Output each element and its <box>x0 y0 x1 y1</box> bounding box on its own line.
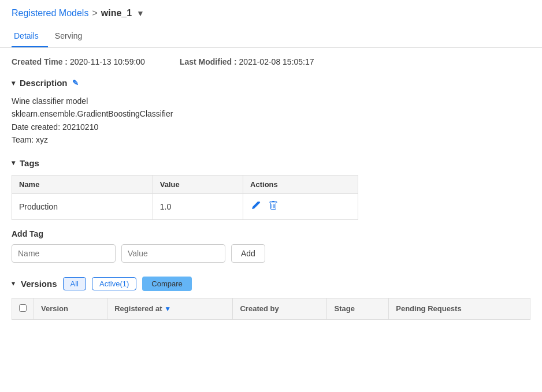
last-modified: Last Modified : 2021-02-08 15:05:17 <box>180 57 314 66</box>
breadcrumb-parent-link[interactable]: Registered Models <box>12 8 88 18</box>
versions-col-checkbox <box>12 298 34 319</box>
tag-value-cell: 1.0 <box>153 193 243 219</box>
select-all-checkbox[interactable] <box>19 304 27 312</box>
created-time: Created Time : 2020-11-13 10:59:00 <box>12 57 145 66</box>
versions-table-header-row: Version Registered at ▼ Created by Stage… <box>12 298 530 319</box>
tags-col-actions: Actions <box>243 175 358 193</box>
filter-all-button[interactable]: All <box>63 277 86 290</box>
modified-value: 2021-02-08 15:05:17 <box>239 57 314 66</box>
tag-value-input[interactable] <box>121 244 225 263</box>
tag-name-cell: Production <box>12 193 153 219</box>
tag-action-icons <box>250 200 351 214</box>
compare-button[interactable]: Compare <box>142 277 191 291</box>
tags-col-value: Value <box>153 175 243 193</box>
description-toggle-icon: ▾ <box>12 79 15 87</box>
table-row: Production 1.0 <box>12 193 358 219</box>
description-edit-icon[interactable]: ✎ <box>72 79 79 87</box>
tag-actions-cell <box>243 193 358 219</box>
model-name: wine_1 <box>101 8 132 18</box>
add-tag-label: Add Tag <box>12 229 530 238</box>
versions-col-version: Version <box>34 298 107 319</box>
tags-header[interactable]: ▾ Tags <box>12 158 530 168</box>
description-text: Wine classifier model sklearn.ensemble.G… <box>12 95 530 147</box>
created-label: Created Time : <box>12 57 68 66</box>
trash-icon <box>269 201 278 210</box>
versions-col-pending: Pending Requests <box>389 298 530 319</box>
tag-name-input[interactable] <box>12 244 116 263</box>
tags-table-header-row: Name Value Actions <box>12 175 358 193</box>
tab-serving[interactable]: Serving <box>53 25 91 47</box>
page-header: Registered Models > wine_1 ▼ <box>0 0 542 23</box>
tags-toggle-icon: ▾ <box>12 159 15 167</box>
tags-title: Tags <box>20 158 39 168</box>
versions-toggle-icon[interactable]: ▾ <box>12 279 15 288</box>
versions-table: Version Registered at ▼ Created by Stage… <box>12 298 530 320</box>
sort-registered-icon[interactable]: ▼ <box>164 305 171 313</box>
versions-header: ▾ Versions All Active(1) Compare <box>12 277 530 291</box>
description-section: ▾ Description ✎ Wine classifier model sk… <box>12 78 530 147</box>
versions-section: ▾ Versions All Active(1) Compare Version… <box>12 277 530 320</box>
description-title: Description <box>20 78 68 88</box>
model-dropdown-icon[interactable]: ▼ <box>136 9 144 18</box>
created-value: 2020-11-13 10:59:00 <box>70 57 145 66</box>
description-header[interactable]: ▾ Description ✎ <box>12 78 530 88</box>
delete-tag-button[interactable] <box>268 200 279 214</box>
tags-section: ▾ Tags Name Value Actions Production 1.0 <box>12 158 530 263</box>
add-tag-button[interactable]: Add <box>231 244 265 263</box>
tabs-bar: Details Serving <box>0 25 542 48</box>
versions-title: Versions <box>21 279 57 289</box>
versions-col-stage: Stage <box>327 298 389 319</box>
meta-row: Created Time : 2020-11-13 10:59:00 Last … <box>12 57 530 66</box>
main-content: Created Time : 2020-11-13 10:59:00 Last … <box>0 48 542 329</box>
edit-tag-button[interactable] <box>250 200 262 214</box>
tags-col-name: Name <box>12 175 153 193</box>
modified-label: Last Modified : <box>180 57 237 66</box>
tags-table: Name Value Actions Production 1.0 <box>12 175 358 220</box>
versions-col-registered: Registered at ▼ <box>107 298 233 319</box>
breadcrumb-separator: > <box>92 8 97 18</box>
versions-col-created-by: Created by <box>233 298 327 319</box>
add-tag-row: Add <box>12 244 530 263</box>
tab-details[interactable]: Details <box>12 25 48 47</box>
edit-icon <box>251 201 261 210</box>
filter-active-button[interactable]: Active(1) <box>92 277 136 290</box>
